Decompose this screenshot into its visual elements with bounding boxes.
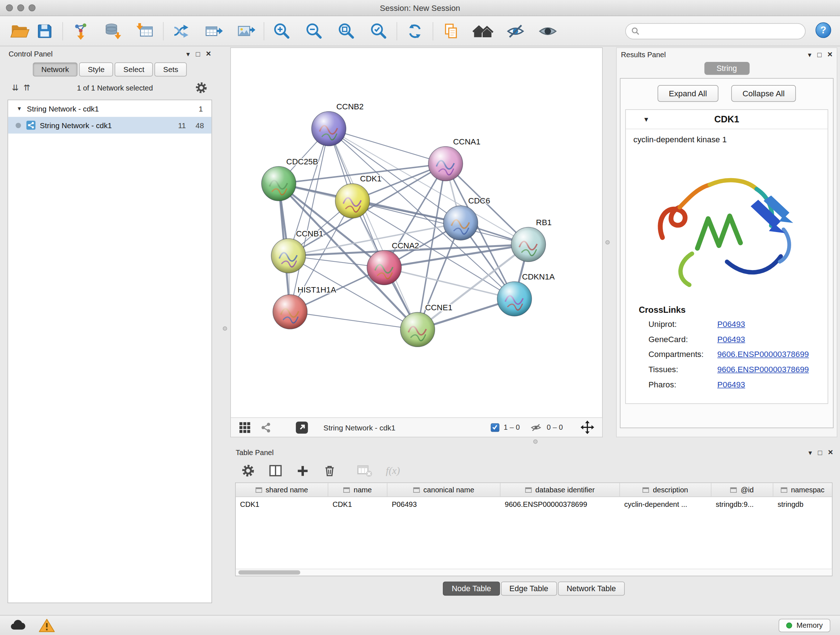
birdseye-grid-icon[interactable]: [238, 421, 251, 434]
column-header-name[interactable]: name: [328, 483, 387, 496]
memory-button[interactable]: Memory: [779, 618, 830, 632]
table-import-icon: [136, 21, 155, 41]
crosslink-link[interactable]: P06493: [717, 334, 745, 344]
panel-close-icon[interactable]: ×: [206, 50, 211, 58]
crosslinks-list: Uniprot:P06493GeneCard:P06493Compartment…: [626, 316, 828, 403]
gene-section: ▼ CDK1 cyclin-dependent kinase 1: [625, 109, 828, 404]
panel-close-icon[interactable]: ×: [828, 448, 833, 457]
splitter-handle[interactable]: [223, 326, 227, 331]
help-button[interactable]: ?: [814, 21, 833, 41]
collapse-all-icon[interactable]: ⇊: [12, 83, 19, 93]
network-node-CDC6[interactable]: [444, 206, 478, 240]
collapse-all-button[interactable]: Collapse All: [731, 85, 796, 102]
column-header-description[interactable]: description: [620, 483, 712, 496]
show-columns-icon[interactable]: [268, 463, 283, 478]
collapse-caret-icon[interactable]: ▼: [643, 116, 650, 123]
network-merge-button[interactable]: [169, 19, 194, 43]
network-node-CCNB1[interactable]: [271, 239, 306, 273]
crosslink-label: Compartments:: [648, 349, 717, 358]
network-node-CCNB2[interactable]: [311, 111, 346, 146]
panel-float-icon[interactable]: □: [196, 50, 200, 57]
tab-sets[interactable]: Sets: [155, 63, 187, 77]
help-icon: ?: [814, 21, 833, 39]
edge-count: 48: [196, 121, 204, 130]
column-header-database-identifier[interactable]: database identifier: [500, 483, 620, 496]
horizontal-scrollbar[interactable]: [236, 569, 832, 576]
column-header-shared-name[interactable]: shared name: [236, 483, 328, 496]
import-network-file-button[interactable]: [68, 19, 93, 43]
expand-all-icon[interactable]: ⇈: [24, 83, 30, 93]
tab-node-table[interactable]: Node Table: [443, 582, 500, 596]
crosslink-link[interactable]: 9606.ENSP00000378699: [717, 364, 809, 374]
export-table-button[interactable]: [201, 19, 226, 43]
zoom-selected-button[interactable]: [366, 19, 391, 43]
import-table-button[interactable]: [133, 19, 157, 43]
crosslink-link[interactable]: 9606.ENSP00000378699: [717, 349, 809, 358]
network-node-CCNE1[interactable]: [401, 312, 435, 347]
cloud-status-icon[interactable]: [10, 619, 26, 632]
network-view[interactable]: CCNB2 CCNA1 CDC25B CDK1: [231, 48, 603, 437]
open-external-icon[interactable]: [294, 420, 309, 435]
column-type-icon: [730, 487, 737, 492]
tree-expander-icon[interactable]: ▼: [17, 106, 22, 111]
network-node-CCNA2[interactable]: [367, 250, 401, 285]
column-header-@id[interactable]: @id: [711, 483, 773, 496]
table-cell: stringdb: [774, 500, 827, 508]
tab-network-table[interactable]: Network Table: [558, 582, 624, 596]
gene-section-header[interactable]: ▼ CDK1: [626, 110, 828, 129]
annotations-button[interactable]: [439, 19, 463, 43]
zoom-in-button[interactable]: [270, 19, 294, 43]
delete-column-icon[interactable]: [322, 463, 337, 478]
apply-layout-button[interactable]: [403, 19, 427, 43]
zoom-out-button[interactable]: [302, 19, 326, 43]
hidden-eye-icon: [530, 422, 543, 432]
tab-edge-table[interactable]: Edge Table: [501, 582, 557, 596]
network-row[interactable]: String Network - cdk1 11 48: [8, 117, 211, 134]
tab-style[interactable]: Style: [79, 63, 113, 77]
share-network-icon[interactable]: [260, 421, 272, 433]
open-session-button[interactable]: [8, 19, 32, 43]
network-node-HIST1H1A[interactable]: [273, 295, 307, 329]
zoom-fit-button[interactable]: [334, 19, 359, 43]
hide-selected-button[interactable]: [503, 19, 528, 43]
network-collection-row[interactable]: ▼ String Network - cdk1 1: [8, 100, 211, 117]
network-canvas[interactable]: CCNB2 CCNA1 CDC25B CDK1: [231, 48, 602, 417]
network-node-CDKN1A[interactable]: [497, 282, 531, 316]
column-header-canonical-name[interactable]: canonical name: [387, 483, 500, 496]
home-button[interactable]: [471, 19, 496, 43]
tab-select[interactable]: Select: [115, 63, 153, 77]
save-session-button[interactable]: [32, 19, 57, 43]
warning-icon[interactable]: [39, 618, 55, 632]
table-settings-gear-icon[interactable]: [241, 464, 255, 478]
import-network-database-button[interactable]: [101, 19, 125, 43]
network-node-RB1[interactable]: [511, 227, 546, 262]
column-header-namespac[interactable]: namespac: [774, 483, 832, 496]
network-node-CDK1[interactable]: [335, 184, 370, 218]
control-panel-tabs: NetworkStyleSelectSets: [4, 63, 215, 77]
show-all-button[interactable]: [535, 19, 560, 43]
search-input[interactable]: [643, 27, 800, 35]
network-node-CCNA1[interactable]: [428, 147, 463, 181]
tab-network[interactable]: Network: [33, 63, 77, 77]
export-image-button[interactable]: [234, 19, 258, 43]
splitter-handle[interactable]: [605, 240, 609, 244]
network-node-CDC25B[interactable]: [262, 166, 296, 201]
expand-all-button[interactable]: Expand All: [658, 85, 718, 102]
panel-menu-icon[interactable]: ▾: [186, 50, 190, 57]
panel-menu-icon[interactable]: ▾: [808, 51, 812, 58]
panel-menu-icon[interactable]: ▾: [808, 449, 812, 456]
scrollbar-thumb[interactable]: [238, 570, 300, 575]
crosslink-link[interactable]: P06493: [717, 319, 745, 328]
panel-float-icon[interactable]: □: [817, 51, 821, 58]
add-column-icon[interactable]: [296, 464, 309, 477]
splitter-handle[interactable]: [533, 440, 538, 444]
panel-float-icon[interactable]: □: [818, 449, 822, 456]
panel-close-icon[interactable]: ×: [827, 50, 832, 59]
pan-move-icon[interactable]: [580, 420, 595, 434]
crosslink-link[interactable]: P06493: [717, 380, 745, 389]
tab-string[interactable]: String: [704, 62, 749, 75]
gear-icon[interactable]: [195, 81, 208, 95]
table-row[interactable]: CDK1CDK1P064939606.ENSP00000378699cyclin…: [236, 497, 832, 511]
folder-icon: [10, 22, 30, 40]
selected-checkbox[interactable]: [491, 423, 500, 432]
